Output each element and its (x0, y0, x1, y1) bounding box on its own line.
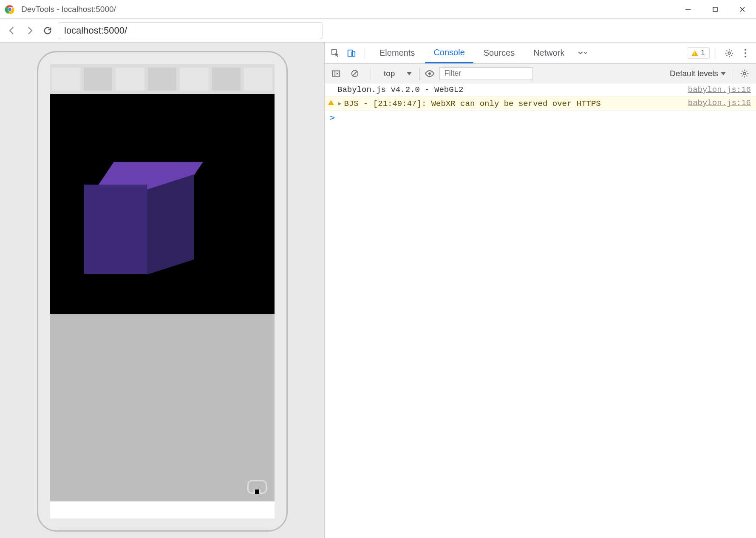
devtools-menu-icon[interactable] (738, 46, 753, 60)
device-preview-pane (0, 43, 324, 538)
device-screen[interactable] (50, 64, 275, 518)
console-source-link[interactable]: babylon.js:16 (688, 98, 751, 108)
device-frame (37, 51, 288, 532)
preview-top-strip (50, 64, 275, 94)
console-warning-row[interactable]: ▸BJS - [21:49:47]: WebXR can only be ser… (325, 97, 756, 111)
svg-point-11 (745, 52, 746, 54)
vr-headset-icon[interactable] (247, 480, 267, 494)
tab-elements[interactable]: Elements (371, 43, 423, 63)
window-close-button[interactable] (729, 0, 756, 18)
svg-point-17 (428, 72, 431, 75)
svg-line-16 (353, 71, 357, 76)
console-prompt[interactable]: > (325, 111, 756, 124)
clear-console-icon[interactable] (348, 66, 362, 81)
scene-floor (50, 314, 275, 501)
warnings-badge[interactable]: 1 (687, 47, 710, 59)
window-titlebar: DevTools - localhost:5000/ (0, 0, 756, 19)
console-log-row[interactable]: Babylon.js v4.2.0 - WebGL2 babylon.js:16 (325, 83, 756, 97)
back-button[interactable] (4, 23, 20, 38)
chevron-down-icon (721, 72, 726, 75)
svg-point-18 (743, 72, 746, 75)
svg-point-1 (8, 8, 11, 11)
console-output[interactable]: Babylon.js v4.2.0 - WebGL2 babylon.js:16… (325, 83, 756, 538)
svg-point-10 (745, 49, 746, 51)
browser-toolbar: localhost:5000/ (0, 19, 756, 43)
devtools-settings-icon[interactable] (722, 46, 736, 60)
svg-rect-3 (713, 7, 717, 11)
webgl-canvas[interactable] (50, 94, 275, 501)
chrome-logo-icon (4, 4, 15, 15)
live-expression-icon[interactable] (424, 68, 435, 79)
more-tabs-icon[interactable] (575, 46, 589, 60)
window-title: DevTools - localhost:5000/ (21, 5, 674, 14)
expand-caret-icon[interactable]: ▸ (337, 99, 342, 108)
warning-triangle-icon (691, 50, 698, 56)
inspect-element-icon[interactable] (328, 46, 343, 60)
window-minimize-button[interactable] (674, 0, 702, 18)
console-message: ▸BJS - [21:49:47]: WebXR can only be ser… (337, 98, 688, 108)
reload-button[interactable] (40, 23, 55, 38)
tab-sources[interactable]: Sources (475, 43, 523, 63)
forward-button[interactable] (22, 23, 37, 38)
toggle-device-icon[interactable] (344, 46, 359, 60)
svg-point-9 (728, 52, 731, 54)
devtools-panel: Elements Console Sources Network 1 top (324, 43, 756, 538)
svg-rect-13 (333, 71, 340, 76)
log-levels-select[interactable]: Default levels (670, 69, 733, 78)
console-context-value: top (384, 69, 395, 78)
console-source-link[interactable]: babylon.js:16 (688, 85, 751, 94)
address-url: localhost:5000/ (64, 25, 127, 36)
warnings-count: 1 (701, 48, 705, 57)
window-controls (674, 0, 756, 18)
console-settings-icon[interactable] (737, 66, 752, 81)
devtools-tabs: Elements Console Sources Network 1 (325, 43, 756, 64)
chevron-down-icon (407, 72, 412, 75)
console-context-select[interactable]: top (379, 67, 420, 80)
svg-point-12 (745, 56, 746, 57)
log-levels-label: Default levels (670, 69, 718, 78)
console-sidebar-toggle-icon[interactable] (329, 66, 343, 81)
console-toolbar: top Default levels (325, 64, 756, 83)
console-filter-input[interactable] (439, 67, 533, 80)
tab-console[interactable]: Console (425, 43, 473, 63)
window-maximize-button[interactable] (702, 0, 729, 18)
scene-cube (84, 177, 173, 266)
tab-network[interactable]: Network (525, 43, 573, 63)
address-bar[interactable]: localhost:5000/ (58, 22, 323, 39)
preview-bottom-strip (50, 501, 275, 518)
console-message: Babylon.js v4.2.0 - WebGL2 (337, 85, 688, 94)
